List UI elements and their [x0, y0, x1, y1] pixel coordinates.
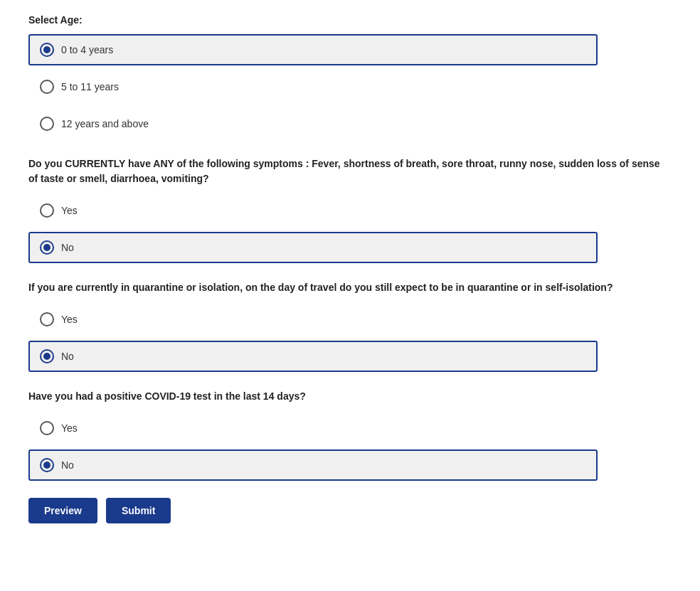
q2-yes-label: Yes [61, 314, 78, 325]
radio-circle-q2-no [40, 349, 54, 363]
buttons-row: Preview Submit [28, 498, 672, 523]
question2-section: If you are currently in quarantine or is… [28, 280, 672, 372]
preview-button[interactable]: Preview [28, 498, 97, 523]
q3-no-option[interactable]: No [28, 449, 598, 481]
question3-section: Have you had a positive COVID-19 test in… [28, 389, 672, 481]
question2-text: If you are currently in quarantine or is… [28, 280, 672, 295]
q2-no-option[interactable]: No [28, 341, 598, 372]
radio-circle-age-0-4 [40, 43, 54, 57]
q1-no-option[interactable]: No [28, 232, 598, 263]
age-option-0-4[interactable]: 0 to 4 years [28, 34, 598, 65]
radio-circle-age-5-11 [40, 80, 54, 94]
q1-yes-option[interactable]: Yes [28, 195, 598, 226]
q1-yes-label: Yes [61, 205, 78, 216]
age-label-0-4: 0 to 4 years [61, 44, 113, 55]
age-option-5-11[interactable]: 5 to 11 years [28, 71, 598, 102]
question3-text: Have you had a positive COVID-19 test in… [28, 389, 672, 404]
radio-circle-q2-yes [40, 312, 54, 326]
question1-text: Do you CURRENTLY have ANY of the followi… [28, 156, 672, 186]
radio-circle-q3-no [40, 458, 54, 472]
age-label-12-above: 12 years and above [61, 118, 149, 129]
age-option-12-above[interactable]: 12 years and above [28, 108, 598, 139]
select-age-section: Select Age: 0 to 4 years 5 to 11 years 1… [28, 14, 672, 139]
question1-section: Do you CURRENTLY have ANY of the followi… [28, 156, 672, 263]
radio-circle-age-12-above [40, 117, 54, 131]
radio-circle-q1-yes [40, 203, 54, 218]
q3-yes-option[interactable]: Yes [28, 412, 598, 444]
q1-no-label: No [61, 242, 74, 253]
q3-yes-label: Yes [61, 422, 78, 434]
q3-no-label: No [61, 459, 74, 471]
age-label-5-11: 5 to 11 years [61, 81, 119, 92]
submit-button[interactable]: Submit [106, 498, 171, 523]
radio-circle-q1-no [40, 240, 54, 255]
q2-yes-option[interactable]: Yes [28, 304, 598, 335]
radio-circle-q3-yes [40, 421, 54, 435]
select-age-label: Select Age: [28, 14, 672, 26]
q2-no-label: No [61, 351, 74, 362]
